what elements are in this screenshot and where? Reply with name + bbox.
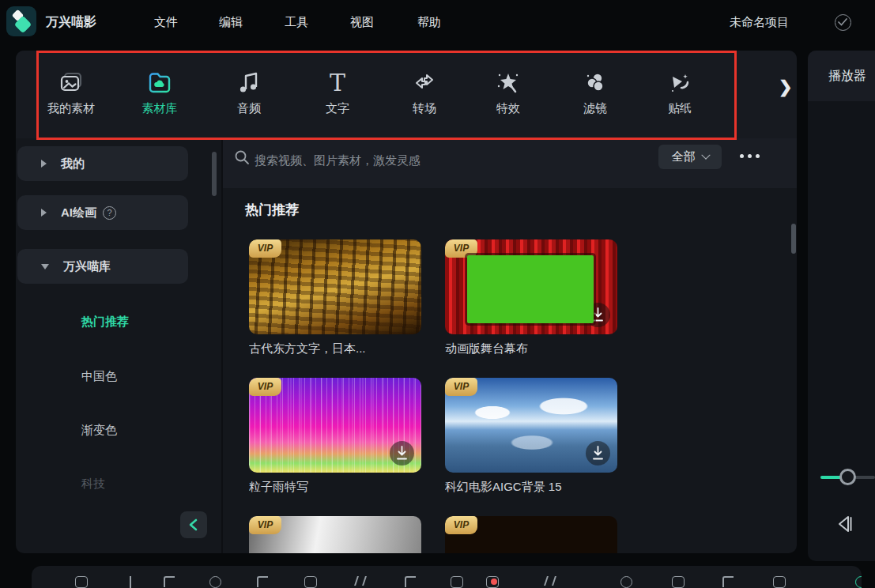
media-card[interactable]: VIP 古代东方文字，日本... [249, 239, 421, 356]
vip-badge: VIP [445, 239, 477, 258]
card-title: 科幻电影AIGC背景 15 [445, 480, 617, 495]
caret-down-icon [41, 264, 49, 270]
tab-transitions[interactable]: 转场 [387, 68, 462, 116]
card-title: 粒子雨特写 [249, 480, 421, 495]
caret-right-icon [41, 209, 47, 217]
toolbar-icon[interactable] [672, 576, 685, 588]
toolbar-icon-active[interactable] [855, 576, 862, 588]
divider [221, 139, 223, 553]
toolbar-icon[interactable] [124, 576, 138, 588]
transition-arrows-icon [387, 68, 462, 98]
media-card[interactable]: VIP 动画版舞台幕布 [445, 239, 617, 356]
sidebar-group-wondershare-library[interactable]: 万兴喵库 [17, 249, 188, 284]
text-icon: T [300, 68, 375, 98]
toolbar-icon[interactable] [162, 576, 175, 588]
player-slider-knob[interactable] [839, 469, 856, 485]
caret-right-icon [41, 160, 47, 168]
toolbar-icon[interactable] [721, 576, 734, 588]
media-icon [33, 68, 109, 98]
menu-tools[interactable]: 工具 [285, 15, 308, 30]
vip-badge: VIP [445, 516, 477, 534]
toolbar-icon[interactable] [304, 576, 318, 588]
sidebar-group-mine[interactable]: 我的 [17, 146, 188, 181]
app-name: 万兴喵影 [46, 14, 96, 31]
toolbar-icon[interactable] [544, 576, 557, 588]
card-thumbnail[interactable]: VIP [249, 239, 421, 334]
card-thumbnail[interactable]: VIP [445, 378, 617, 473]
library-icon [122, 68, 198, 98]
vip-badge: VIP [249, 239, 281, 258]
check-circle-icon[interactable] [835, 14, 851, 31]
more-options-button[interactable] [740, 154, 760, 158]
sticker-moon-icon [642, 68, 718, 98]
menu-view[interactable]: 视图 [350, 15, 374, 30]
sidebar-item-china-color[interactable]: 中国色 [81, 369, 117, 384]
toolbar-icon[interactable] [75, 576, 89, 588]
main-panel: 我的素材 素材库 音频 [16, 51, 797, 553]
tab-audio[interactable]: 音频 [211, 68, 287, 116]
vip-badge: VIP [445, 378, 477, 396]
player-panel: 播放器 [808, 51, 875, 561]
app-logo-icon [6, 6, 36, 36]
magic-star-icon [470, 68, 546, 98]
media-card[interactable]: VIP 科幻电影AIGC背景 15 [445, 378, 617, 495]
sidebar-group-ai-painting[interactable]: AI绘画 ? [17, 195, 188, 230]
toolbar-icon[interactable] [209, 576, 223, 588]
card-thumbnail[interactable]: VIP [445, 239, 617, 334]
sidebar-scrollbar[interactable] [212, 152, 217, 196]
music-note-icon [211, 68, 287, 98]
help-icon[interactable]: ? [103, 206, 116, 220]
media-card[interactable]: VIP [445, 516, 617, 553]
card-thumbnail[interactable]: VIP [445, 516, 617, 553]
sidebar-item-technology[interactable]: 科技 [81, 477, 105, 492]
card-title: 动画版舞台幕布 [445, 341, 617, 356]
player-title: 播放器 [828, 68, 866, 85]
notification-dot [491, 579, 497, 585]
toolbar-icon[interactable] [354, 576, 368, 588]
menu-edit[interactable]: 编辑 [219, 15, 243, 30]
tab-stock-library[interactable]: 素材库 [122, 68, 198, 116]
menu-file[interactable]: 文件 [154, 15, 178, 30]
card-thumbnail[interactable]: VIP [249, 378, 421, 473]
step-backward-icon[interactable] [834, 514, 856, 534]
magnifier-icon [234, 149, 250, 165]
sidebar-item-gradient-color[interactable]: 渐变色 [81, 423, 117, 438]
section-title: 热门推荐 [245, 201, 299, 219]
sidebar-item-hot-picks[interactable]: 热门推荐 [81, 315, 129, 330]
app-window: 万兴喵影 文件 编辑 工具 视图 帮助 未命名项目 我的素材 [0, 0, 875, 588]
project-name: 未命名项目 [730, 15, 789, 30]
timeline-toolbar [32, 566, 862, 588]
media-card[interactable]: VIP 粒子雨特写 [249, 378, 421, 495]
card-title: 古代东方文字，日本... [249, 341, 421, 356]
download-icon[interactable] [586, 441, 610, 466]
filter-dropdown[interactable]: 全部 [658, 145, 722, 169]
vip-badge: VIP [249, 516, 281, 534]
tab-text[interactable]: T 文字 [300, 68, 375, 116]
chevron-right-icon[interactable]: ❯ [779, 77, 793, 96]
toolbar-icon[interactable] [255, 576, 269, 588]
tab-stickers[interactable]: 贴纸 [642, 68, 718, 116]
tab-my-media[interactable]: 我的素材 [33, 68, 109, 116]
search-input[interactable] [255, 145, 563, 174]
media-card[interactable]: VIP [249, 516, 421, 553]
card-thumbnail[interactable]: VIP [249, 516, 421, 553]
tab-filters[interactable]: 滤镜 [557, 68, 633, 116]
download-icon[interactable] [586, 303, 610, 327]
toolbar-icon[interactable] [403, 576, 417, 588]
menu-help[interactable]: 帮助 [417, 15, 441, 30]
toolbar-icon[interactable] [773, 576, 786, 588]
vip-badge: VIP [249, 378, 281, 396]
download-icon[interactable] [390, 441, 414, 466]
filter-circles-icon [557, 68, 633, 98]
toolbar-icon[interactable] [451, 576, 464, 588]
toolbar-icon[interactable] [620, 576, 634, 588]
sidebar-collapse-button[interactable] [180, 511, 207, 538]
content-scrollbar[interactable] [791, 224, 796, 254]
chevron-down-icon [701, 150, 710, 159]
tab-effects[interactable]: 特效 [470, 68, 546, 116]
menubar: 万兴喵影 文件 编辑 工具 视图 帮助 未命名项目 [0, 0, 875, 44]
